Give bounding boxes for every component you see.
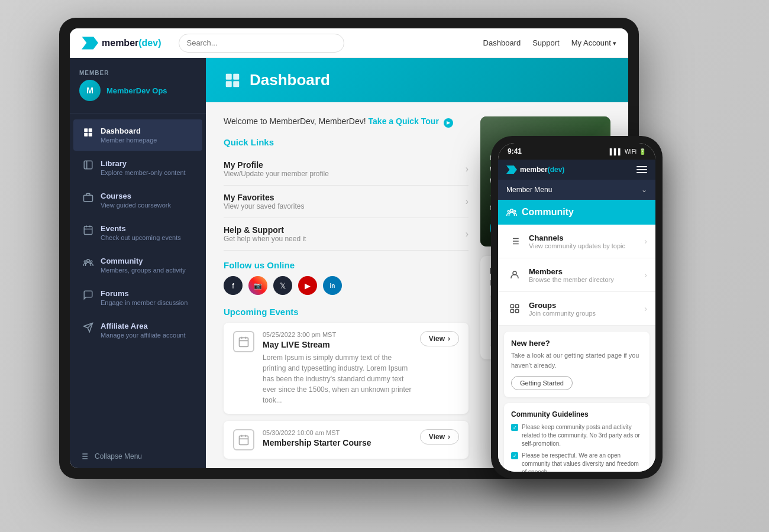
events-title: Upcoming Events [224,307,468,317]
sidebar-item-library[interactable]: Library Explore member-only content [73,152,202,183]
svg-rect-1 [89,128,92,132]
youtube-icon[interactable]: ▶ [298,276,317,295]
event-view-btn-1[interactable]: View › [420,331,459,346]
guideline-text-1: Please keep community posts and activity… [522,423,642,448]
dashboard-icon [83,127,93,138]
twitter-icon[interactable]: 𝕏 [273,276,292,295]
svg-rect-11 [233,73,239,79]
search-input[interactable] [179,34,344,53]
member-label: MEMBER [79,70,196,76]
collapse-menu[interactable]: Collapse Menu [70,445,206,468]
sidebar-item-courses[interactable]: Courses View guided coursework [73,184,202,216]
svg-rect-13 [233,81,239,87]
logo-text: member(dev) [102,38,161,48]
wifi-icon: WiFi [625,148,636,155]
community-icon [83,257,93,268]
guideline-text-2: Please be respectful. We are an open com… [522,452,642,472]
quick-links-title: Quick Links [224,137,468,147]
instagram-icon[interactable]: 📷 [248,276,267,295]
svg-rect-15 [240,436,248,445]
sidebar-item-events[interactable]: Events Check out upcoming events [73,217,202,248]
main-left: Welcome to MemberDev, MemberDev! Take a … [224,116,468,466]
quick-link-profile[interactable]: My Profile View/Update your member profi… [224,153,468,186]
sidebar-library-title: Library [101,159,186,168]
quick-link-profile-sub: View/Update your member profile [224,170,329,178]
event-date-1: 05/25/2022 3:00 pm MST [263,331,412,338]
svg-rect-22 [510,310,513,313]
battery-icon: 🔋 [639,148,646,155]
phone-status-icons: ▌▌▌ WiFi 🔋 [610,148,646,155]
guideline-check-2: ✓ [511,452,518,459]
event-view-btn-2[interactable]: View › [420,429,459,445]
quick-link-support-title: Help & Support [224,225,306,235]
guideline-check-1: ✓ [511,424,518,431]
event-date-2: 05/30/2022 10:00 am MST [263,429,412,436]
sidebar-item-forums[interactable]: Forums Engage in member discussion [73,282,202,313]
welcome-text: Welcome to MemberDev, MemberDev! Take a … [224,116,468,128]
phone-getting-started-button[interactable]: Getting Started [511,376,573,390]
quick-link-support[interactable]: Help & Support Get help when you need it… [224,218,468,251]
forums-icon [83,290,93,300]
collapse-label: Collapse Menu [95,452,142,460]
sidebar-item-community[interactable]: Community Members, groups and activity [73,249,202,281]
tablet-nav: member(dev) Dashboard Support My Account [70,28,628,58]
avatar: M [79,80,101,101]
facebook-icon[interactable]: f [224,276,243,295]
phone-logo-text: member(dev) [520,166,564,174]
phone-new-here: New here? Take a look at our getting sta… [504,332,650,397]
quick-link-support-sub: Get help when you need it [224,235,306,243]
svg-rect-6 [84,226,92,235]
phone-menu-members[interactable]: Members Browse the member directory › [498,258,655,292]
members-arrow: › [644,270,647,280]
phone-logo: member(dev) [506,166,564,174]
channels-arrow: › [644,236,647,246]
phone-menu-channels[interactable]: Channels View community updates by topic… [498,225,655,258]
sidebar-affiliate-title: Affiliate Area [101,322,186,330]
sidebar-dashboard-title: Dashboard [101,126,157,135]
phone-guidelines: Community Guidelines ✓ Please keep commu… [504,403,650,472]
hamburger-button[interactable] [636,166,647,173]
nav-link-account[interactable]: My Account [571,38,616,47]
phone-community-header: Community [498,200,655,225]
groups-title: Groups [529,301,638,310]
quick-link-favorites-sub: View your saved favorites [224,202,305,210]
svg-rect-10 [226,73,232,79]
guideline-item-1: ✓ Please keep community posts and activi… [511,423,642,448]
svg-point-18 [514,210,516,212]
quick-link-support-arrow: › [466,229,468,239]
chevron-down-icon: ⌄ [641,186,647,194]
svg-rect-20 [510,304,513,307]
logo-icon [82,37,98,50]
quick-tour-link[interactable]: Take a Quick Tour [369,116,439,126]
linkedin-icon[interactable]: in [323,276,342,295]
quick-link-favorites-arrow: › [466,196,468,207]
sidebar-events-sub: Check out upcoming events [101,234,181,241]
svg-rect-2 [84,133,88,137]
phone-member-menu[interactable]: Member Menu ⌄ [498,180,655,200]
svg-point-9 [91,261,92,262]
nav-link-support[interactable]: Support [532,38,560,47]
tablet-logo: member(dev) [82,37,161,50]
phone-new-here-sub: Take a look at our getting started page … [511,351,642,370]
sidebar: MEMBER M MemberDev Ops Dashboard Member … [70,58,206,468]
svg-rect-0 [84,128,88,132]
sidebar-dashboard-sub: Member homepage [101,137,157,144]
nav-link-dashboard[interactable]: Dashboard [483,38,521,47]
sidebar-community-sub: Members, groups and activity [101,267,186,274]
phone-menu-groups[interactable]: Groups Join community groups › [498,292,655,326]
svg-point-17 [508,210,509,212]
groups-arrow: › [644,304,647,313]
sidebar-item-affiliate[interactable]: Affiliate Area Manage your affiliate acc… [73,314,202,346]
quick-link-favorites[interactable]: My Favorites View your saved favorites › [224,186,468,218]
play-icon: ▶ [444,118,453,128]
follow-title: Follow us Online [224,260,468,270]
sidebar-item-dashboard[interactable]: Dashboard Member homepage [73,119,202,151]
groups-sub: Join community groups [529,310,638,317]
sidebar-community-title: Community [101,257,186,265]
channels-sub: View community updates by topic [529,242,638,249]
svg-rect-5 [84,195,93,202]
phone-screen: 9:41 ▌▌▌ WiFi 🔋 member(dev) [498,143,655,472]
community-header-icon [506,207,517,218]
collapse-icon [79,452,89,461]
event-title-1: May LIVE Stream [263,340,412,349]
